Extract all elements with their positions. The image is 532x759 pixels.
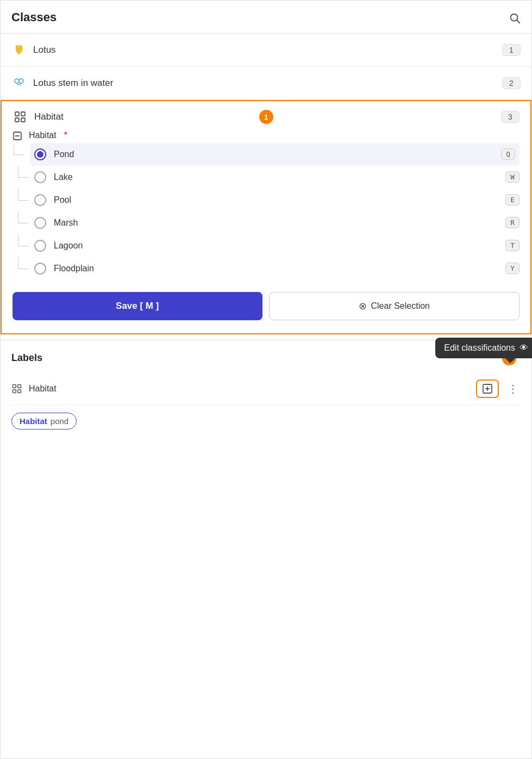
svg-line-1	[517, 20, 520, 23]
habitat-label-row: Habitat *	[2, 128, 530, 141]
key-badge-e: E	[505, 194, 520, 206]
radio-lagoon[interactable]	[34, 240, 46, 252]
radio-marsh[interactable]	[34, 217, 46, 229]
lotus-stem-number: 2	[502, 77, 521, 89]
svg-rect-4	[15, 112, 19, 116]
labels-right: 2 Edit classifications 👁	[502, 351, 521, 365]
option-marsh-label: Marsh	[54, 218, 498, 228]
lotus-icon	[11, 43, 27, 57]
radio-lake[interactable]	[34, 171, 46, 183]
habitat-tag: Habitat pond	[11, 413, 77, 430]
label-row-habitat: Habitat ⋮	[11, 373, 521, 405]
radio-pond[interactable]	[34, 148, 46, 160]
options-list: Pond Q Lake W Pool E Marsh R	[2, 141, 530, 282]
key-badge-t: T	[505, 240, 520, 251]
habitat-label-title: Habitat	[29, 130, 57, 140]
more-options-button[interactable]: ⋮	[505, 382, 521, 395]
habitat-badge: 1	[259, 110, 273, 124]
svg-point-2	[15, 79, 19, 83]
option-floodplain[interactable]: Floodplain Y	[34, 257, 520, 280]
tag-light: pond	[51, 416, 68, 426]
main-panel: Classes Lotus 1 L	[0, 0, 532, 759]
svg-rect-12	[13, 390, 16, 393]
habitat-header-row: Habitat 1 3	[2, 101, 530, 128]
key-badge-r: R	[505, 217, 520, 228]
lotus-stem-name: Lotus stem in water	[33, 78, 496, 89]
clear-x-icon: ⊗	[359, 300, 367, 312]
add-classification-button[interactable]	[476, 380, 499, 398]
save-button[interactable]: Save [ M ]	[12, 292, 262, 320]
radio-pool[interactable]	[34, 194, 46, 206]
option-pond[interactable]: Pond Q	[30, 143, 520, 166]
svg-point-3	[19, 79, 23, 83]
eye-icon: 👁	[520, 343, 528, 353]
option-pool[interactable]: Pool E	[34, 189, 520, 211]
lotus-name: Lotus	[33, 45, 496, 55]
tag-wrap: Habitat pond	[11, 405, 521, 430]
label-habitat-name: Habitat	[29, 384, 470, 394]
class-row-lotus[interactable]: Lotus 1	[1, 34, 531, 67]
class-row-lotus-stem[interactable]: Lotus stem in water 2	[1, 67, 531, 100]
classes-title: Classes	[11, 10, 57, 24]
svg-rect-10	[13, 385, 16, 388]
labels-section: Labels 2 Edit classifications 👁	[1, 340, 531, 430]
svg-rect-5	[21, 112, 25, 116]
key-badge-w: W	[505, 171, 520, 183]
option-marsh[interactable]: Marsh R	[34, 211, 520, 234]
habitat-number: 3	[501, 111, 520, 123]
option-pool-label: Pool	[54, 195, 498, 205]
clear-button[interactable]: ⊗ Clear Selection	[269, 292, 520, 320]
habitat-icon	[12, 110, 28, 123]
svg-rect-6	[15, 118, 19, 122]
option-lagoon-label: Lagoon	[54, 241, 498, 251]
tooltip-box: Edit classifications 👁	[435, 338, 532, 358]
labels-header: Labels 2 Edit classifications 👁	[11, 351, 521, 365]
collapse-icon[interactable]	[12, 130, 22, 141]
key-badge-y: Y	[505, 263, 520, 274]
option-lake-label: Lake	[54, 172, 498, 182]
label-habitat-icon	[11, 383, 22, 394]
labels-title: Labels	[11, 352, 42, 364]
svg-rect-7	[21, 118, 25, 122]
option-lagoon[interactable]: Lagoon T	[34, 234, 520, 257]
clear-button-label: Clear Selection	[371, 301, 430, 311]
tag-bold: Habitat	[20, 416, 47, 426]
lotus-stem-icon	[11, 77, 27, 90]
option-floodplain-label: Floodplain	[54, 264, 498, 273]
tooltip-text: Edit classifications	[444, 343, 515, 353]
radio-floodplain[interactable]	[34, 263, 46, 275]
required-star: *	[64, 130, 67, 140]
svg-rect-13	[18, 390, 21, 393]
option-lake[interactable]: Lake W	[34, 166, 520, 189]
action-buttons: Save [ M ] ⊗ Clear Selection	[2, 282, 530, 322]
lotus-number: 1	[502, 44, 521, 56]
option-pond-label: Pond	[54, 150, 493, 159]
habitat-class-name: Habitat	[34, 111, 249, 122]
svg-rect-11	[18, 385, 21, 388]
key-badge-q: Q	[501, 148, 515, 160]
classes-header: Classes	[1, 1, 531, 34]
search-icon[interactable]	[509, 11, 521, 24]
habitat-block: Habitat 1 3 Habitat * Pond Q	[1, 100, 531, 334]
